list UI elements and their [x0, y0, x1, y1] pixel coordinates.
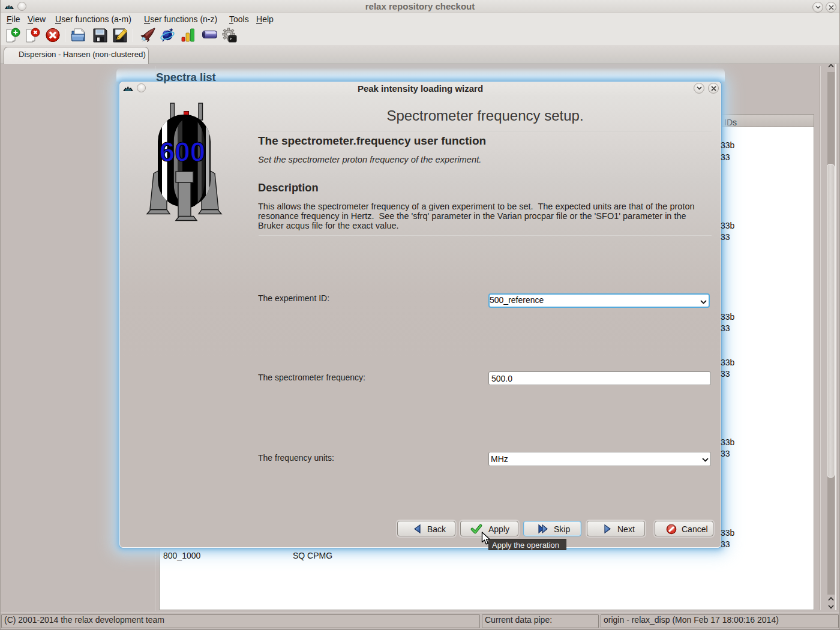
svg-text:600: 600: [160, 136, 206, 167]
